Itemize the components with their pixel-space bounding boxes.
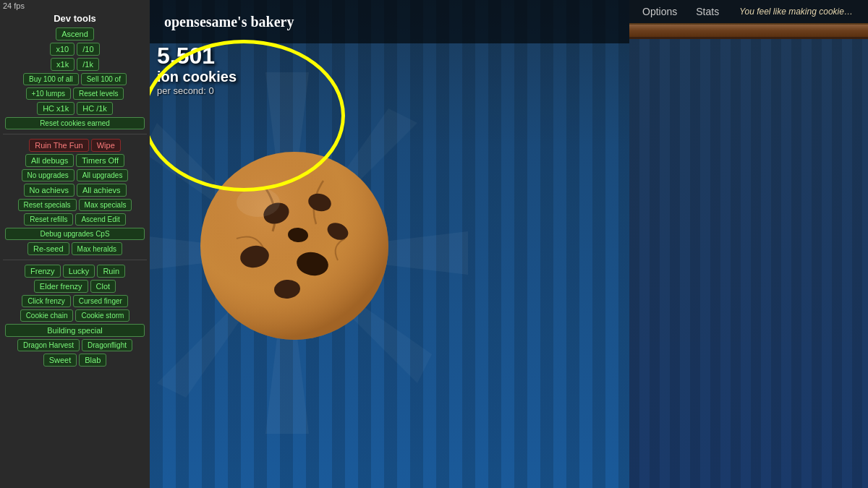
cookie-unit: ion cookies [157, 69, 237, 85]
ascend-button[interactable]: Ascend [56, 27, 94, 40]
allupgrades-button[interactable]: All upgrades [77, 169, 129, 181]
btn-row-chain: Cookie chain Cookie storm [3, 309, 147, 322]
divider-1 [3, 134, 147, 134]
resetcookies-button[interactable]: Reset cookies earned [5, 117, 145, 129]
clot-button[interactable]: Clot [90, 280, 116, 293]
maxheralds-button[interactable]: Max heralds [72, 242, 122, 255]
btn-row-upgrades: No upgrades All upgrades [3, 169, 147, 181]
div1k-button[interactable]: /1k [77, 58, 99, 71]
buy100-button[interactable]: Buy 100 of all [23, 73, 79, 85]
dev-panel: 24 fps Dev tools Ascend x10 /10 x1k /1k … [0, 0, 150, 488]
btn-row-elder: Elder frenzy Clot [3, 280, 147, 293]
cookie-per-second: per second: 0 [157, 85, 237, 96]
wood-border [629, 25, 868, 39]
cookie-button[interactable] [193, 145, 396, 347]
top-bar: Options Stats You feel like making cooki… [629, 0, 868, 25]
svg-point-17 [237, 188, 280, 217]
alldebug-button[interactable]: All debugs [25, 154, 74, 167]
ruin-button[interactable]: Ruin [97, 265, 125, 278]
sweet-button[interactable]: Sweet [43, 354, 77, 367]
btn-row-ruin: Ruin The Fun Wipe [3, 139, 147, 152]
timersoff-button[interactable]: Timers Off [76, 154, 124, 167]
btn-row-mult: x10 /10 [3, 43, 147, 56]
ruinthefun-button[interactable]: Ruin The Fun [29, 139, 88, 152]
sell100-button[interactable]: Sell 100 of [81, 73, 127, 85]
btn-row-buildingspecial: Building special [3, 324, 147, 337]
btn-row-hc: HC x1k HC /1k [3, 102, 147, 115]
noupgrades-button[interactable]: No upgrades [22, 169, 75, 181]
maxspecials-button[interactable]: Max specials [79, 199, 132, 211]
stats-tab[interactable]: Stats [690, 4, 725, 19]
bakery-header: opensesame's bakery [150, 0, 629, 43]
btn-row-clickfrenzy: Click frenzy Cursed finger [3, 295, 147, 307]
buildingspecial-button[interactable]: Building special [5, 324, 145, 337]
blab-button[interactable]: Blab [79, 354, 106, 367]
options-tab[interactable]: Options [637, 4, 683, 19]
cookiechain-button[interactable]: Cookie chain [20, 309, 74, 322]
scrolling-text: You feel like making cookies. But nobody… [732, 7, 861, 17]
elderfrenzy-button[interactable]: Elder frenzy [34, 280, 88, 293]
btn-row-kilo: x1k /1k [3, 58, 147, 71]
x1k-button[interactable]: x1k [51, 58, 75, 71]
noachieves-button[interactable]: No achievs [24, 184, 75, 197]
btn-row-refills: Reset refills Ascend Edit [3, 213, 147, 226]
resetspecials-button[interactable]: Reset specials [18, 199, 77, 211]
btn-row-ascend: Ascend [3, 27, 147, 40]
x10-button[interactable]: x10 [50, 43, 75, 56]
lumps-button[interactable]: +10 lumps [26, 87, 71, 100]
allachieves-button[interactable]: All achievs [77, 184, 127, 197]
btn-row-seed: Re-seed Max heralds [3, 242, 147, 255]
clickfrenzy-button[interactable]: Click frenzy [22, 295, 71, 307]
dragonflight-button[interactable]: Dragonflight [82, 339, 132, 351]
reseed-button[interactable]: Re-seed [27, 242, 69, 255]
btn-row-sweet: Sweet Blab [3, 354, 147, 367]
fps-counter: 24 fps [3, 1, 25, 10]
btn-row-achievs: No achievs All achievs [3, 184, 147, 197]
btn-row-debugcps: Debug upgrades CpS [3, 228, 147, 240]
btn-row-buysell: Buy 100 of all Sell 100 of [3, 73, 147, 85]
frenzy-button[interactable]: Frenzy [25, 265, 61, 278]
btn-row-resetcookies: Reset cookies earned [3, 117, 147, 129]
hcdiv1k-button[interactable]: HC /1k [77, 102, 113, 115]
btn-row-frenzy: Frenzy Lucky Ruin [3, 265, 147, 278]
btn-row-lumps: +10 lumps Reset levels [3, 87, 147, 100]
game-area: opensesame's bakery 5.501 ion cookies pe… [150, 0, 629, 488]
right-panel: Options Stats You feel like making cooki… [629, 0, 868, 488]
cookiestorm-button[interactable]: Cookie storm [75, 309, 129, 322]
resetrefills-button[interactable]: Reset refills [24, 213, 73, 226]
div10-button[interactable]: /10 [77, 43, 99, 56]
dragonharvest-button[interactable]: Dragon Harvest [17, 339, 80, 351]
store-area [629, 39, 868, 488]
btn-row-dragon: Dragon Harvest Dragonflight [3, 339, 147, 351]
hcx1k-button[interactable]: HC x1k [37, 102, 75, 115]
btn-row-specials: Reset specials Max specials [3, 199, 147, 211]
svg-point-9 [200, 152, 388, 340]
wipe-button[interactable]: Wipe [91, 139, 121, 152]
cookie-count-display: 5.501 ion cookies per second: 0 [157, 43, 237, 96]
lucky-button[interactable]: Lucky [63, 265, 95, 278]
dev-title: Dev tools [54, 13, 96, 24]
resetlevels-button[interactable]: Reset levels [73, 87, 124, 100]
divider-2 [3, 260, 147, 260]
ascendedit-button[interactable]: Ascend Edit [75, 213, 125, 226]
cookie-count: 5.501 [157, 43, 237, 69]
debugupgrades-button[interactable]: Debug upgrades CpS [5, 228, 145, 240]
btn-row-debug: All debugs Timers Off [3, 154, 147, 167]
cursedfinger-button[interactable]: Cursed finger [73, 295, 128, 307]
bakery-name: opensesame's bakery [164, 14, 629, 30]
